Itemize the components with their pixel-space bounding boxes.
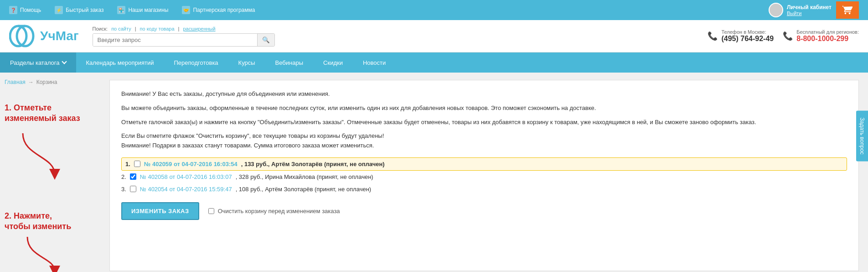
nav-catalog-label: Разделы каталога [10,59,60,66]
search-button[interactable]: 🔍 [257,34,274,46]
step1-text: 1. Отметьте изменяемый заказ [5,103,105,124]
phone-number-regions: 8-800-1000-299 [796,35,859,43]
search-block: Поиск: по сайту | по коду товара | расши… [93,26,275,47]
partner-link[interactable]: 🤝 Партнерская программа [182,6,255,14]
bottom-row: ИЗМЕНИТЬ ЗАКАЗ Очистить корзину перед из… [121,202,847,220]
search-input-row: 🔍 [93,33,275,47]
orders-list: 1. № 402059 от 04-07-2016 16:03:54 , 133… [121,157,847,195]
personal-cabinet-block: Личный кабинет Выйти [769,3,832,17]
logo-text: УчМаг [40,29,79,43]
nav-webinars[interactable]: Вебинары [265,52,313,73]
logo-svg [9,25,36,47]
order-details-3: , 108 руб., Артём Золотарёв (принят, не … [236,186,372,193]
order-checkbox-2[interactable] [130,173,136,180]
order-link-2[interactable]: № 402058 от 04-07-2016 16:03:07 [140,173,232,180]
phone-label-moscow: Телефон в Москве: [721,29,774,35]
quick-order-label: Быстрый заказ [66,7,103,13]
order-link-3[interactable]: № 402054 от 04-07-2016 15:59:47 [140,186,232,193]
phone-icon: 📞 [708,31,718,41]
step2-text: 2. Нажмите, чтобы изменить [5,211,105,232]
step2-block: 2. Нажмите, чтобы изменить [5,211,105,232]
stores-icon: 🏪 [117,6,125,14]
regions-phone: 📞 Бесплатный для регионов: 8-800-1000-29… [783,29,859,43]
order-details-2: , 328 руб., Ирина Михайлова (принят, не … [236,173,373,180]
search-links: Поиск: по сайту | по коду товара | расши… [93,26,275,31]
search-by-site-link[interactable]: по сайту [111,26,131,31]
logo[interactable]: УчМаг [9,25,79,47]
help-label: Помощь [20,7,41,13]
order-details-1: , 133 руб., Артём Золотарёв (принят, не … [241,161,385,167]
phone-block: 📞 Телефон в Москве: (495) 764-92-49 📞 Бе… [708,29,859,43]
order-num-3: 3. [121,186,126,193]
logout-label[interactable]: Выйти [787,10,832,16]
moscow-phone: 📞 Телефон в Москве: (495) 764-92-49 [708,29,774,43]
breadcrumb-current: Корзина [36,79,57,85]
phone-number-moscow: (495) 764-92-49 [721,35,774,43]
search-prefix: Поиск: [93,26,108,31]
page-wrapper: Главная → Корзина 1. Отметьте изменяемый… [0,73,868,272]
site-header: УчМаг Поиск: по сайту | по коду товара |… [0,20,868,52]
cabinet-label[interactable]: Личный кабинет [787,4,832,10]
clear-cart-checkbox[interactable] [208,208,214,214]
breadcrumb-home[interactable]: Главная [5,79,26,85]
arrow2-svg [18,235,73,272]
notice4: Если Вы отметите флажок "Очистить корзин… [121,131,847,151]
order-item-3: 3. № 402054 от 04-07-2016 15:59:47 , 108… [121,183,847,195]
phone-info-moscow: Телефон в Москве: (495) 764-92-49 [721,29,774,43]
nav-news[interactable]: Новости [353,52,396,73]
top-bar-right: Личный кабинет Выйти [769,1,859,19]
order-checkbox-3[interactable] [130,186,136,192]
order-checkbox-1[interactable] [134,161,140,167]
search-advanced-link[interactable]: расширенный [183,26,215,31]
quick-order-link[interactable]: ⚡ Быстрый заказ [55,6,103,14]
notice3: Отметьте галочкой заказ(ы) и нажмите на … [121,118,847,127]
cabinet-info: Личный кабинет Выйти [787,4,832,16]
nav-retraining[interactable]: Переподготовка [164,52,228,73]
order-item-1: 1. № 402059 от 04-07-2016 16:03:54 , 133… [121,157,847,171]
breadcrumb-sep: → [28,79,34,85]
avatar [769,3,783,17]
partner-icon: 🤝 [182,6,190,14]
stores-label: Наши магазины [128,7,168,13]
notice1: Внимание! У Вас есть заказы, доступные д… [121,89,847,99]
nav-courses[interactable]: Курсы [228,52,265,73]
arrow1-svg [14,129,68,183]
nav-dropdown-arrow [62,59,67,64]
order-num-1: 1. [125,161,130,167]
search-input[interactable] [93,34,257,46]
order-num-2: 2. [121,173,126,180]
quick-order-icon: ⚡ [55,6,63,14]
change-order-button[interactable]: ИЗМЕНИТЬ ЗАКАЗ [121,202,199,220]
phone-label-regions: Бесплатный для регионов: [796,29,859,35]
notice4-line2: Внимание! Подарки в заказах станут товар… [121,142,374,149]
order-link-1[interactable]: № 402059 от 04-07-2016 16:03:54 [144,161,238,167]
partner-label: Партнерская программа [193,7,255,13]
notice4-line1: Если Вы отметите флажок "Очистить корзин… [121,132,384,139]
feedback-tab[interactable]: Задать вопрос [856,110,868,161]
nav-discounts[interactable]: Скидки [313,52,353,73]
nav-bar: Разделы каталога Календарь мероприятий П… [0,52,868,73]
clear-cart-label: Очистить корзину перед изменением заказа [218,208,340,214]
cart-icon [842,5,852,15]
help-link[interactable]: ❓ Помощь [9,6,41,14]
top-bar: ❓ Помощь ⚡ Быстрый заказ 🏪 Наши магазины… [0,0,868,20]
left-sidebar: Главная → Корзина 1. Отметьте изменяемый… [5,75,109,272]
cart-button[interactable] [836,1,859,19]
stores-link[interactable]: 🏪 Наши магазины [117,6,168,14]
notice2: Вы можете объединить заказы, оформленные… [121,104,847,113]
nav-catalog[interactable]: Разделы каталога [0,52,76,73]
clear-checkbox-row: Очистить корзину перед изменением заказа [208,208,340,214]
nav-calendar[interactable]: Календарь мероприятий [76,52,164,73]
phone-icon-regions: 📞 [783,31,793,41]
search-by-code-link[interactable]: по коду товара [140,26,175,31]
top-bar-links: ❓ Помощь ⚡ Быстрый заказ 🏪 Наши магазины… [9,6,255,14]
breadcrumb: Главная → Корзина [5,75,105,89]
order-item-2: 2. № 402058 от 04-07-2016 16:03:07 , 328… [121,171,847,183]
step1-block: 1. Отметьте изменяемый заказ [5,103,105,124]
phone-info-regions: Бесплатный для регионов: 8-800-1000-299 [796,29,859,43]
help-icon: ❓ [9,6,17,14]
main-content: Внимание! У Вас есть заказы, доступные д… [109,80,859,271]
